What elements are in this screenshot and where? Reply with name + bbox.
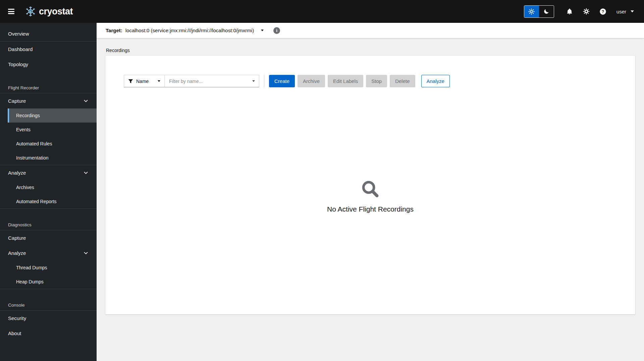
bell-icon (566, 8, 573, 15)
sidebar-item-thread-dumps[interactable]: Thread Dumps (8, 261, 97, 275)
user-menu[interactable]: user (616, 9, 634, 14)
question-circle-icon: ? (599, 8, 606, 15)
filter-input-wrap (164, 75, 259, 87)
sidebar-item-instrumentation[interactable]: Instrumentation (8, 151, 97, 165)
search-icon (361, 180, 380, 198)
gear-icon (583, 8, 590, 15)
sidebar-item-events[interactable]: Events (8, 123, 97, 137)
target-info-icon[interactable]: i (273, 27, 280, 34)
brand-name: cryostat (39, 6, 73, 17)
nav-section-console: Console (0, 289, 97, 310)
archive-button[interactable]: Archive (298, 75, 325, 87)
delete-button[interactable]: Delete (390, 75, 415, 87)
chevron-down-icon (84, 100, 88, 102)
chevron-down-icon (84, 252, 88, 255)
sidebar-item-automated-rules[interactable]: Automated Rules (8, 137, 97, 151)
sidebar-item-dashboard[interactable]: Dashboard (0, 42, 97, 57)
analyze-button[interactable]: Analyze (421, 75, 450, 87)
target-label: Target: (106, 28, 122, 33)
empty-state: No Active Flight Recordings (327, 180, 414, 213)
page-content: Recordings Name Create (97, 38, 644, 361)
sidebar-item-automated-reports[interactable]: Automated Reports (8, 194, 97, 209)
nav-group-analyze[interactable]: Analyze (0, 165, 97, 180)
masthead: c cryostat (0, 0, 644, 23)
notifications-button[interactable] (566, 7, 574, 15)
chevron-down-icon[interactable] (252, 80, 255, 82)
stop-button[interactable]: Stop (366, 75, 387, 87)
light-theme-button[interactable] (524, 6, 539, 17)
filter-by-name-input[interactable] (164, 75, 259, 87)
sidebar-item-about[interactable]: About (0, 326, 97, 341)
main-area: Target: localhost:0 (service:jmx:rmi:///… (97, 23, 644, 361)
moon-icon (543, 8, 549, 14)
brand-home-link[interactable]: c cryostat (25, 6, 73, 17)
toolbar-divider (264, 75, 264, 87)
subnav-analyze-diagnostics: Thread Dumps Heap Dumps (8, 261, 97, 289)
sidebar-item-heap-dumps[interactable]: Heap Dumps (8, 275, 97, 289)
help-button[interactable]: ? (599, 7, 607, 15)
chevron-down-icon (84, 172, 88, 174)
svg-text:?: ? (602, 9, 604, 14)
dark-theme-button[interactable] (539, 6, 554, 17)
sidebar-item-archives[interactable]: Archives (8, 180, 97, 194)
sidebar-item-topology[interactable]: Topology (0, 57, 97, 72)
sun-icon (528, 8, 535, 15)
nav-group-capture[interactable]: Capture (0, 93, 97, 108)
subnav-capture: Recordings Events Automated Rules Instru… (8, 108, 97, 165)
empty-state-title: No Active Flight Recordings (327, 205, 414, 213)
filter-category-label: Name (136, 79, 149, 84)
theme-toggle-group (524, 5, 554, 18)
masthead-actions: ? user (524, 5, 634, 18)
edit-labels-button[interactable]: Edit Labels (328, 75, 363, 87)
nav-toggle-button[interactable] (7, 5, 18, 18)
target-bar: Target: localhost:0 (service:jmx:rmi:///… (97, 23, 644, 38)
nav-group-analyze-diagnostics[interactable]: Analyze (0, 245, 97, 261)
target-select-value[interactable]: localhost:0 (service:jmx:rmi:///jndi/rmi… (125, 28, 254, 33)
chevron-down-icon (631, 10, 634, 12)
subnav-analyze: Archives Automated Reports (8, 180, 97, 209)
create-button[interactable]: Create (269, 75, 295, 87)
cryostat-app: c cryostat (0, 0, 644, 361)
user-menu-label: user (616, 9, 626, 14)
svg-text:c: c (30, 10, 32, 13)
nav-section-flight-recorder: Flight Recorder (0, 72, 97, 93)
sidebar-item-overview[interactable]: Overview (0, 26, 97, 41)
filter-category-select[interactable]: Name (124, 75, 165, 87)
target-select-toggle-icon[interactable] (261, 30, 264, 31)
nav-section-diagnostics: Diagnostics (0, 209, 97, 230)
empty-state-wrap: No Active Flight Recordings (105, 87, 635, 314)
recordings-toolbar: Name Create Archive Edit Labels Stop Del… (124, 75, 627, 87)
sidebar-item-security[interactable]: Security (0, 311, 97, 326)
sidebar-item-capture[interactable]: Capture (0, 230, 97, 245)
hamburger-icon (8, 9, 14, 10)
breadcrumb: Recordings (106, 48, 635, 54)
filter-icon (128, 79, 133, 84)
sidebar-item-recordings[interactable]: Recordings (8, 108, 97, 123)
chevron-down-icon (158, 80, 160, 82)
settings-button[interactable] (582, 7, 590, 15)
sidebar-nav: Overview Dashboard Topology Flight Recor… (0, 23, 97, 361)
snowflake-logo-icon: c (25, 6, 36, 17)
recordings-card: Name Create Archive Edit Labels Stop Del… (105, 56, 635, 314)
